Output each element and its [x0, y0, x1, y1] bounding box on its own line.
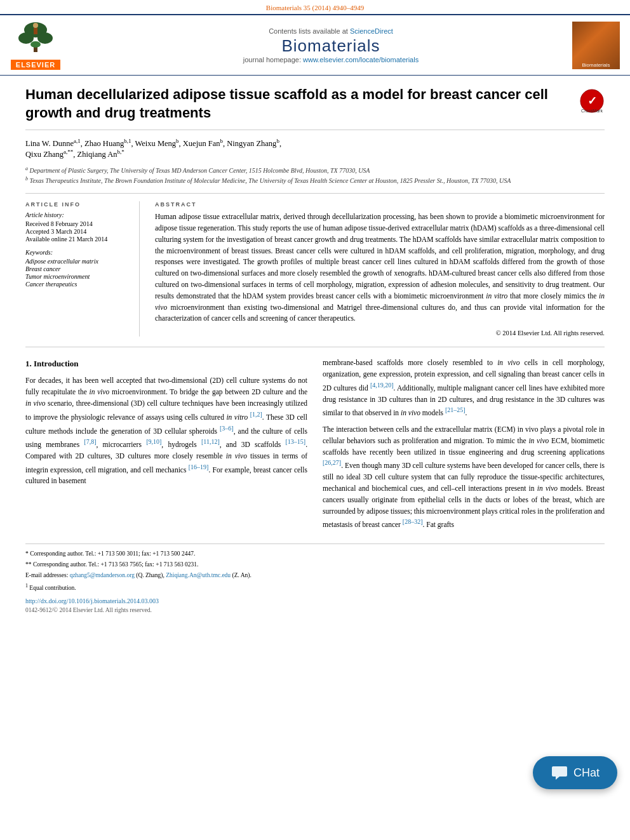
author-zhang-n: Ningyan Zhang: [227, 139, 276, 148]
elsevier-label: ELSEVIER: [11, 60, 60, 70]
crossmark-icon[interactable]: ✓ CrossMark: [579, 88, 605, 114]
chat-bubble-icon: [551, 764, 568, 782]
svg-rect-7: [34, 28, 37, 34]
issn-line: 0142-9612/© 2014 Elsevier Ltd. All right…: [25, 606, 605, 615]
intro-heading: 1. Introduction: [25, 357, 307, 370]
body-col-left: 1. Introduction For decades, it has been…: [25, 357, 307, 536]
body-content: 1. Introduction For decades, it has been…: [25, 357, 605, 536]
journal-logo-right: Biomaterials: [569, 20, 620, 70]
email-link-1[interactable]: qzhang5@mdanderson.org: [70, 572, 135, 578]
affiliations: a Department of Plastic Surgery, The Uni…: [25, 165, 605, 186]
abstract-text: Human adipose tissue extracellular matri…: [155, 211, 605, 324]
keyword-2: Breast cancer: [25, 265, 131, 272]
svg-point-6: [33, 23, 38, 28]
chat-button-label: CHat: [573, 766, 600, 780]
author-an: Zhiqiang An: [77, 150, 117, 159]
keyword-1: Adipose extracellular matrix: [25, 258, 131, 265]
keywords-heading: Keywords:: [25, 249, 131, 256]
keywords-section: Keywords: Adipose extracellular matrix B…: [25, 249, 131, 288]
svg-point-2: [18, 32, 34, 44]
author-fan: Xuejun Fan: [183, 139, 220, 148]
elsevier-tree-icon: [10, 20, 61, 58]
journal-header-center: Contents lists available at ScienceDirec…: [99, 20, 563, 70]
accepted-date: Accepted 3 March 2014: [25, 228, 131, 235]
footnote-corresponding2: ** Corresponding author. Tel.: +1 713 56…: [25, 560, 605, 569]
email-link-2[interactable]: Zhiqiang.An@uth.tmc.edu: [166, 572, 231, 578]
journal-homepage: journal homepage: www.elsevier.com/locat…: [99, 56, 563, 63]
journal-reference: Biomaterials 35 (2014) 4940–4949: [0, 0, 630, 14]
article-info-label: ARTICLE INFO: [25, 201, 131, 208]
section-divider: [25, 347, 605, 347]
affil-b: b Texas Therapeutics Institute, The Brow…: [25, 175, 605, 185]
svg-text:✓: ✓: [587, 95, 597, 107]
article-info-col: ARTICLE INFO Article history: Received 8…: [25, 201, 140, 337]
doi-link[interactable]: http://dx.doi.org/10.1016/j.biomaterials…: [25, 596, 605, 606]
biomaterials-logo-text: Biomaterials: [580, 61, 611, 69]
keyword-3: Tumor microenvironment: [25, 273, 131, 280]
footnote-corresponding1: * Corresponding author. Tel.: +1 713 500…: [25, 549, 605, 558]
author-zhang-q: Qixu Zhang: [25, 150, 64, 159]
footnotes-section: * Corresponding author. Tel.: +1 713 500…: [25, 543, 605, 615]
received-date: Received 8 February 2014: [25, 220, 131, 227]
elsevier-branding: ELSEVIER: [10, 20, 93, 70]
authors-section: Lina W. Dunnea,1, Zhao Huangb,1, Weixu M…: [25, 138, 605, 159]
footnote-emails: E-mail addresses: qzhang5@mdanderson.org…: [25, 571, 605, 580]
biomaterials-logo: Biomaterials: [572, 22, 620, 69]
svg-text:CrossMark: CrossMark: [581, 109, 603, 113]
article-info-abstract: ARTICLE INFO Article history: Received 8…: [25, 193, 605, 337]
main-content: Human decellularized adipose tissue scaf…: [0, 76, 630, 625]
sciencedirect-link[interactable]: ScienceDirect: [350, 27, 393, 35]
journal-title: Biomaterials: [99, 36, 563, 56]
abstract-col: ABSTRACT Human adipose tissue extracellu…: [155, 201, 605, 337]
copyright-line: © 2014 Elsevier Ltd. All rights reserved…: [155, 330, 605, 337]
body-right-para2: The interaction between cells and the ex…: [323, 424, 605, 531]
affil-a: a Department of Plastic Surgery, The Uni…: [25, 165, 605, 175]
svg-point-5: [30, 41, 41, 48]
author-huang: Zhao Huang: [84, 139, 124, 148]
chat-button[interactable]: CHat: [533, 756, 617, 789]
author-meng: Weixu Meng: [135, 139, 176, 148]
history-heading: Article history:: [25, 211, 131, 218]
svg-point-3: [37, 32, 53, 44]
elsevier-logo: ELSEVIER: [10, 20, 61, 70]
article-title: Human decellularized adipose tissue scaf…: [25, 86, 573, 122]
homepage-link[interactable]: www.elsevier.com/locate/biomaterials: [303, 56, 419, 63]
footnote-equal: 1 Equal contribution.: [25, 582, 605, 592]
available-date: Available online 21 March 2014: [25, 236, 131, 243]
article-title-section: Human decellularized adipose tissue scaf…: [25, 86, 605, 130]
article-history: Article history: Received 8 February 201…: [25, 211, 131, 243]
abstract-label: ABSTRACT: [155, 201, 605, 208]
journal-ref-text: Biomaterials 35 (2014) 4940–4949: [266, 4, 364, 11]
body-col-right: membrane-based scaffolds more closely re…: [323, 357, 605, 536]
intro-para1: For decades, it has been well accepted t…: [25, 375, 307, 487]
author-dunne: Lina W. Dunne: [25, 139, 74, 148]
body-right-para1: membrane-based scaffolds more closely re…: [323, 357, 605, 419]
journal-header: ELSEVIER Contents lists available at Sci…: [0, 14, 630, 76]
sciencedirect-line: Contents lists available at ScienceDirec…: [99, 27, 563, 35]
keyword-4: Cancer therapeutics: [25, 281, 131, 288]
